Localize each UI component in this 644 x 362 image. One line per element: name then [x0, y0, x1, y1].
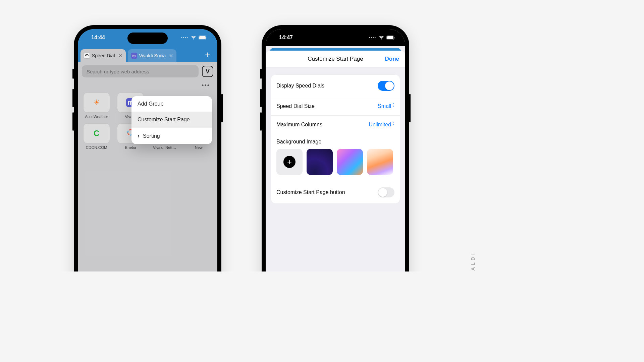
bg-option-3[interactable] — [367, 149, 393, 175]
notch — [315, 33, 356, 44]
tab-active-label: Speed Dial — [92, 53, 115, 58]
menu-customize-start-page[interactable]: Customize Start Page — [131, 112, 212, 128]
wifi-icon — [378, 35, 384, 40]
svg-rect-2 — [207, 37, 207, 39]
row-label: Display Speed Dials — [276, 83, 324, 89]
row-max-columns[interactable]: Maximum Columns Unlimited ˄˅ — [271, 116, 400, 134]
context-menu: Add Group Customize Start Page Sorting — [131, 96, 212, 144]
phone-left: 14:44 •••• Speed Dial ✕ — [74, 25, 221, 272]
close-icon[interactable]: ✕ — [169, 53, 173, 58]
more-menu-icon[interactable]: ••• — [202, 82, 210, 89]
toggle-display-speed-dials[interactable] — [378, 81, 394, 91]
chevron-right-icon — [138, 132, 140, 139]
sheet-title: Customize Start Page — [308, 56, 363, 62]
done-button[interactable]: Done — [385, 56, 399, 62]
bg-add-button[interactable]: ＋ — [276, 149, 303, 175]
speed-dial-favicon — [84, 53, 90, 59]
battery-icon — [386, 36, 395, 40]
row-label: Speed Dial Size — [276, 103, 315, 109]
row-label: Background Image — [276, 139, 394, 145]
close-icon[interactable]: ✕ — [118, 53, 122, 58]
row-customize-button: Customize Start Page button — [271, 181, 400, 203]
svg-rect-1 — [199, 36, 206, 39]
address-placeholder: Search or type web address — [87, 69, 149, 74]
dial-label: AccuWeather — [85, 115, 108, 119]
chevron-up-down-icon: ˄˅ — [392, 122, 394, 127]
cellular-icon: •••• — [369, 36, 376, 40]
row-speed-dial-size[interactable]: Speed Dial Size Small ˄˅ — [271, 97, 400, 116]
settings-body: Display Speed Dials Speed Dial Size Smal… — [266, 67, 405, 211]
battery-icon — [199, 36, 207, 40]
dial-label: Eneba — [125, 145, 136, 149]
chevron-up-down-icon: ˄˅ — [392, 104, 394, 109]
menu-add-group[interactable]: Add Group — [131, 96, 212, 112]
wifi-icon — [191, 35, 197, 40]
new-tab-button[interactable]: ＋ — [203, 49, 212, 60]
row-background-image: Background Image ＋ — [271, 134, 400, 181]
dial-label: Vivaldi Nett… — [153, 145, 176, 149]
notch — [127, 33, 168, 44]
svg-rect-7 — [394, 37, 395, 39]
tab-active[interactable]: Speed Dial ✕ — [80, 49, 126, 62]
accuweather-icon: ☀ — [93, 98, 100, 107]
cellular-icon: •••• — [181, 36, 189, 40]
address-input[interactable]: Search or type web address — [82, 65, 199, 77]
bg-option-1[interactable] — [307, 149, 333, 175]
vivaldi-menu-button[interactable]: V — [202, 66, 213, 77]
menu-item-label: Customize Start Page — [138, 117, 190, 123]
tab-inactive[interactable]: m Vivaldi Socia ✕ — [128, 49, 177, 62]
tab-bar: Speed Dial ✕ m Vivaldi Socia ✕ ＋ — [78, 46, 217, 62]
vivaldi-social-favicon: m — [131, 53, 137, 59]
status-time: 14:44 — [91, 35, 105, 41]
bg-option-2[interactable] — [337, 149, 363, 175]
row-value: Unlimited — [369, 122, 391, 128]
cdon-icon: C — [94, 129, 99, 138]
row-value: Small — [378, 103, 391, 109]
status-time: 14:47 — [279, 35, 293, 41]
menu-sorting[interactable]: Sorting — [131, 128, 212, 144]
menu-item-label: Add Group — [138, 101, 163, 107]
row-label: Maximum Columns — [276, 122, 322, 128]
plus-icon: ＋ — [283, 156, 296, 168]
sheet-header: Customize Start Page Done — [266, 51, 405, 67]
toggle-customize-button[interactable] — [378, 187, 394, 197]
phone-right: 14:47 •••• Customize Start Page Done — [262, 25, 409, 272]
menu-item-label: Sorting — [143, 133, 160, 139]
row-label: Customize Start Page button — [276, 189, 345, 195]
speed-dial-item[interactable]: ☀ AccuWeather — [82, 93, 111, 119]
dial-label: CDON.COM — [86, 145, 107, 149]
tab-inactive-label: Vivaldi Socia — [139, 53, 166, 58]
vivaldi-watermark: V VIVALDI — [470, 251, 476, 272]
row-display-speed-dials: Display Speed Dials — [271, 75, 400, 97]
dial-label: New — [195, 145, 203, 149]
watermark-text: VIVALDI — [470, 251, 476, 272]
address-row: Search or type web address V — [78, 62, 217, 81]
speed-dial-item[interactable]: C CDON.COM — [82, 123, 111, 149]
svg-rect-6 — [387, 36, 393, 39]
settings-card: Display Speed Dials Speed Dial Size Smal… — [271, 75, 400, 203]
